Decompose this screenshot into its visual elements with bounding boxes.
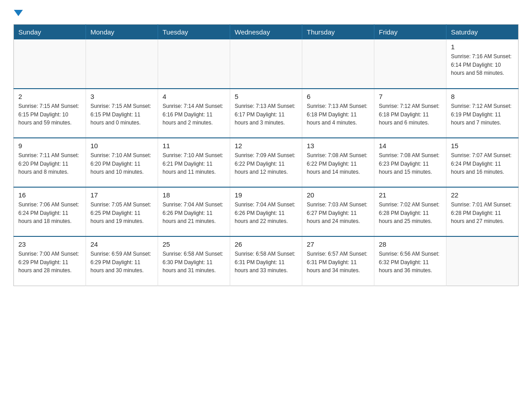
weekday-header-tuesday: Tuesday [158,25,230,40]
day-number: 23 [18,240,81,248]
calendar-cell: 13Sunrise: 7:08 AM Sunset: 6:22 PM Dayli… [302,138,374,187]
day-info: Sunrise: 6:58 AM Sunset: 6:31 PM Dayligh… [235,250,297,275]
calendar-cell [14,39,86,89]
day-info: Sunrise: 7:11 AM Sunset: 6:20 PM Dayligh… [18,151,81,176]
day-info: Sunrise: 7:06 AM Sunset: 6:24 PM Dayligh… [18,201,81,226]
calendar-table: SundayMondayTuesdayWednesdayThursdayFrid… [13,24,519,286]
day-number: 25 [163,240,225,248]
calendar-cell: 9Sunrise: 7:11 AM Sunset: 6:20 PM Daylig… [14,138,86,187]
day-info: Sunrise: 7:12 AM Sunset: 6:18 PM Dayligh… [379,102,442,127]
calendar-cell: 17Sunrise: 7:05 AM Sunset: 6:25 PM Dayli… [86,187,158,236]
weekday-header-wednesday: Wednesday [230,25,302,40]
week-row-5: 23Sunrise: 7:00 AM Sunset: 6:29 PM Dayli… [14,236,519,286]
calendar-cell [158,39,230,89]
day-number: 9 [18,142,81,150]
day-info: Sunrise: 7:10 AM Sunset: 6:21 PM Dayligh… [163,151,225,176]
calendar-body: 1Sunrise: 7:16 AM Sunset: 6:14 PM Daylig… [14,39,519,286]
day-number: 28 [379,240,442,248]
calendar-cell: 28Sunrise: 6:56 AM Sunset: 6:32 PM Dayli… [374,236,446,286]
week-row-2: 2Sunrise: 7:15 AM Sunset: 6:15 PM Daylig… [14,89,519,138]
day-info: Sunrise: 6:58 AM Sunset: 6:30 PM Dayligh… [163,250,225,275]
day-number: 1 [451,43,514,51]
calendar-cell [86,39,158,89]
day-number: 18 [163,191,225,199]
week-row-4: 16Sunrise: 7:06 AM Sunset: 6:24 PM Dayli… [14,187,519,236]
day-number: 20 [307,191,369,199]
calendar-cell: 24Sunrise: 6:59 AM Sunset: 6:29 PM Dayli… [86,236,158,286]
calendar-cell [374,39,446,89]
calendar-cell: 26Sunrise: 6:58 AM Sunset: 6:31 PM Dayli… [230,236,302,286]
day-info: Sunrise: 7:08 AM Sunset: 6:22 PM Dayligh… [307,151,369,176]
day-info: Sunrise: 7:10 AM Sunset: 6:20 PM Dayligh… [90,151,153,176]
calendar-cell: 23Sunrise: 7:00 AM Sunset: 6:29 PM Dayli… [14,236,86,286]
day-info: Sunrise: 7:09 AM Sunset: 6:22 PM Dayligh… [235,151,297,176]
calendar-cell: 15Sunrise: 7:07 AM Sunset: 6:24 PM Dayli… [446,138,519,187]
day-number: 14 [379,142,442,150]
calendar-cell: 1Sunrise: 7:16 AM Sunset: 6:14 PM Daylig… [446,39,519,89]
day-number: 16 [18,191,81,199]
weekday-row: SundayMondayTuesdayWednesdayThursdayFrid… [14,25,519,40]
calendar-cell: 27Sunrise: 6:57 AM Sunset: 6:31 PM Dayli… [302,236,374,286]
day-info: Sunrise: 7:13 AM Sunset: 6:18 PM Dayligh… [307,102,369,127]
day-number: 12 [235,142,297,150]
day-info: Sunrise: 7:00 AM Sunset: 6:29 PM Dayligh… [18,250,81,275]
calendar-cell: 18Sunrise: 7:04 AM Sunset: 6:26 PM Dayli… [158,187,230,236]
calendar-cell: 21Sunrise: 7:02 AM Sunset: 6:28 PM Dayli… [374,187,446,236]
calendar-cell: 22Sunrise: 7:01 AM Sunset: 6:28 PM Dayli… [446,187,519,236]
day-info: Sunrise: 7:14 AM Sunset: 6:16 PM Dayligh… [163,102,225,127]
weekday-header-monday: Monday [86,25,158,40]
day-number: 13 [307,142,369,150]
day-info: Sunrise: 7:05 AM Sunset: 6:25 PM Dayligh… [90,201,153,226]
logo [13,9,23,17]
calendar-cell: 16Sunrise: 7:06 AM Sunset: 6:24 PM Dayli… [14,187,86,236]
calendar-cell: 7Sunrise: 7:12 AM Sunset: 6:18 PM Daylig… [374,89,446,138]
calendar-cell: 25Sunrise: 6:58 AM Sunset: 6:30 PM Dayli… [158,236,230,286]
day-info: Sunrise: 7:16 AM Sunset: 6:14 PM Dayligh… [451,52,514,77]
calendar-cell [302,39,374,89]
day-info: Sunrise: 6:57 AM Sunset: 6:31 PM Dayligh… [307,250,369,275]
day-number: 11 [163,142,225,150]
calendar-cell: 12Sunrise: 7:09 AM Sunset: 6:22 PM Dayli… [230,138,302,187]
day-number: 15 [451,142,514,150]
day-info: Sunrise: 6:56 AM Sunset: 6:32 PM Dayligh… [379,250,442,275]
weekday-header-friday: Friday [374,25,446,40]
calendar-cell: 14Sunrise: 7:08 AM Sunset: 6:23 PM Dayli… [374,138,446,187]
day-info: Sunrise: 7:15 AM Sunset: 6:15 PM Dayligh… [90,102,153,127]
day-number: 24 [90,240,153,248]
weekday-header-sunday: Sunday [14,25,86,40]
day-info: Sunrise: 7:01 AM Sunset: 6:28 PM Dayligh… [451,201,514,226]
day-info: Sunrise: 7:13 AM Sunset: 6:17 PM Dayligh… [235,102,297,127]
day-number: 5 [235,93,297,100]
calendar-cell: 6Sunrise: 7:13 AM Sunset: 6:18 PM Daylig… [302,89,374,138]
calendar-cell: 10Sunrise: 7:10 AM Sunset: 6:20 PM Dayli… [86,138,158,187]
calendar-cell [230,39,302,89]
week-row-3: 9Sunrise: 7:11 AM Sunset: 6:20 PM Daylig… [14,138,519,187]
week-row-1: 1Sunrise: 7:16 AM Sunset: 6:14 PM Daylig… [14,39,519,89]
day-number: 27 [307,240,369,248]
day-info: Sunrise: 7:04 AM Sunset: 6:26 PM Dayligh… [163,201,225,226]
calendar-cell: 4Sunrise: 7:14 AM Sunset: 6:16 PM Daylig… [158,89,230,138]
calendar-cell: 8Sunrise: 7:12 AM Sunset: 6:19 PM Daylig… [446,89,519,138]
logo-arrow-icon [14,10,23,17]
svg-marker-0 [14,10,23,16]
calendar-cell: 2Sunrise: 7:15 AM Sunset: 6:15 PM Daylig… [14,89,86,138]
calendar-cell: 5Sunrise: 7:13 AM Sunset: 6:17 PM Daylig… [230,89,302,138]
day-number: 6 [307,93,369,100]
day-number: 8 [451,93,514,100]
day-number: 17 [90,191,153,199]
day-info: Sunrise: 7:02 AM Sunset: 6:28 PM Dayligh… [379,201,442,226]
page-header [13,9,519,17]
day-info: Sunrise: 7:04 AM Sunset: 6:26 PM Dayligh… [235,201,297,226]
calendar-cell [446,236,519,286]
calendar-cell: 11Sunrise: 7:10 AM Sunset: 6:21 PM Dayli… [158,138,230,187]
day-number: 7 [379,93,442,100]
day-number: 26 [235,240,297,248]
day-number: 3 [90,93,153,100]
day-number: 2 [18,93,81,100]
calendar-cell: 20Sunrise: 7:03 AM Sunset: 6:27 PM Dayli… [302,187,374,236]
calendar-header: SundayMondayTuesdayWednesdayThursdayFrid… [14,25,519,40]
day-number: 10 [90,142,153,150]
weekday-header-thursday: Thursday [302,25,374,40]
day-info: Sunrise: 7:07 AM Sunset: 6:24 PM Dayligh… [451,151,514,176]
day-number: 21 [379,191,442,199]
